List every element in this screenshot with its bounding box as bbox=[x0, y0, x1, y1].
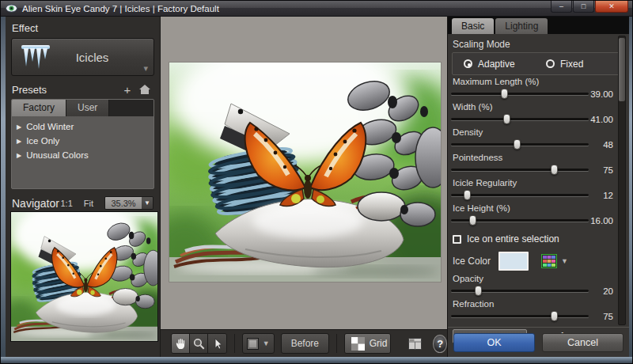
chevron-down-icon[interactable]: ▼ bbox=[561, 257, 568, 265]
eye-icon bbox=[6, 4, 17, 13]
ice-color-swatch[interactable] bbox=[498, 252, 529, 271]
effect-selector-button[interactable]: Icicles ▾ bbox=[11, 38, 154, 76]
tab-lighting[interactable]: Lighting bbox=[495, 18, 548, 34]
panel-grid-icon bbox=[408, 338, 422, 350]
checkbox-icon[interactable] bbox=[453, 235, 461, 244]
cancel-button[interactable]: Cancel bbox=[542, 333, 624, 352]
help-button[interactable]: ? ▼ bbox=[433, 335, 447, 353]
ice-on-entire-selection-checkbox[interactable]: Ice on entire selection bbox=[453, 233, 629, 245]
slider-thumb[interactable] bbox=[503, 114, 510, 124]
maximize-button[interactable]: □ bbox=[573, 1, 594, 13]
slider-track[interactable] bbox=[451, 290, 589, 292]
ok-button[interactable]: OK bbox=[453, 333, 535, 352]
presets-box: Factory User ▶ Cold Winter ▶ Ice Only ▶ … bbox=[11, 99, 154, 189]
list-item[interactable]: ▶ Cold Winter bbox=[17, 119, 149, 134]
presets-list: ▶ Cold Winter ▶ Ice Only ▶ Unusual Color… bbox=[12, 116, 154, 165]
settings-scrollbar[interactable] bbox=[618, 36, 626, 325]
slider-track[interactable] bbox=[451, 169, 589, 171]
palette-icon bbox=[541, 254, 557, 268]
list-item[interactable]: ▶ Unusual Colors bbox=[17, 148, 149, 162]
scrollbar-thumb[interactable] bbox=[619, 38, 625, 101]
list-item[interactable]: ▶ Ice Only bbox=[17, 134, 149, 148]
slider-value: 75 bbox=[589, 312, 613, 321]
preview-toolbar: ▼ Before Grid ▼ bbox=[161, 329, 447, 357]
preview-pane: ▼ Before Grid ▼ bbox=[161, 17, 447, 357]
radio-icon[interactable] bbox=[464, 59, 472, 68]
slider-label: Icicle Regularity bbox=[453, 178, 629, 188]
slider-track[interactable] bbox=[451, 219, 589, 222]
slider-track[interactable] bbox=[451, 93, 589, 95]
slider-track[interactable] bbox=[451, 118, 589, 120]
window-title: Alien Skin Eye Candy 7 | Icicles | Facto… bbox=[22, 4, 219, 13]
slider-track[interactable] bbox=[451, 315, 589, 317]
navigator-image bbox=[11, 212, 157, 341]
minimize-button[interactable]: – bbox=[551, 1, 572, 13]
chevron-down-icon: ▾ bbox=[143, 63, 148, 74]
navigator-header: Navigator bbox=[12, 197, 60, 210]
slider-label: Density bbox=[453, 127, 629, 137]
slider-track[interactable] bbox=[451, 194, 589, 196]
dialog-buttons: OK Cancel bbox=[448, 327, 629, 357]
slider-label: Maximum Length (%) bbox=[453, 77, 629, 86]
select-tool-button[interactable] bbox=[208, 334, 226, 353]
slider-row-width: Width (%) 41.00 bbox=[448, 102, 629, 126]
slider-thumb[interactable] bbox=[551, 165, 558, 175]
radio-fixed[interactable]: Fixed bbox=[546, 59, 617, 70]
plus-icon[interactable]: + bbox=[119, 85, 136, 95]
slider-row-maximum-length: Maximum Length (%) 39.00 bbox=[448, 77, 629, 100]
preset-label: Ice Only bbox=[26, 136, 59, 146]
ice-color-picker-button[interactable]: ▼ bbox=[541, 254, 568, 268]
radio-label: Adaptive bbox=[478, 59, 515, 70]
chevron-right-icon[interactable]: ▶ bbox=[17, 123, 21, 131]
question-icon: ? bbox=[437, 338, 443, 350]
tab-factory[interactable]: Factory bbox=[12, 100, 66, 116]
chevron-down-icon[interactable]: ▼ bbox=[142, 197, 153, 209]
zoom-tool-button[interactable] bbox=[190, 334, 208, 353]
ice-color-row: Ice Color ▼ bbox=[453, 250, 629, 272]
settings-tabs: Basic Lighting bbox=[448, 17, 629, 34]
chevron-right-icon[interactable]: ▶ bbox=[17, 152, 21, 159]
hand-tool-button[interactable] bbox=[172, 334, 190, 353]
slider-thumb[interactable] bbox=[501, 89, 508, 99]
before-button[interactable]: Before bbox=[281, 333, 329, 354]
grid-button-main[interactable]: Grid bbox=[345, 334, 392, 353]
zoom-icon bbox=[192, 337, 206, 351]
home-icon[interactable] bbox=[136, 85, 154, 95]
titlebar[interactable]: Alien Skin Eye Candy 7 | Icicles | Facto… bbox=[1, 1, 632, 17]
slider-thumb[interactable] bbox=[551, 311, 558, 321]
slider-thumb[interactable] bbox=[514, 139, 521, 150]
preset-label: Unusual Colors bbox=[26, 150, 89, 160]
effect-header: Effect bbox=[12, 22, 160, 34]
fit-button[interactable]: Fit bbox=[84, 199, 93, 208]
effect-name: Icicles bbox=[51, 51, 133, 64]
cursor-icon bbox=[211, 337, 224, 351]
slider-thumb[interactable] bbox=[475, 286, 482, 296]
slider-track[interactable] bbox=[451, 143, 589, 146]
close-button[interactable]: ✕ bbox=[595, 1, 628, 13]
toolbar-separator bbox=[234, 334, 235, 353]
chevron-right-icon[interactable]: ▶ bbox=[17, 138, 21, 145]
slider-value: 39.00 bbox=[589, 89, 613, 99]
zoom-level-value: 35.3% bbox=[105, 197, 142, 209]
preview-art bbox=[169, 63, 441, 282]
slider-thumb[interactable] bbox=[469, 215, 476, 226]
preview-image[interactable] bbox=[169, 63, 441, 282]
slider-row-pointedness: Pointedness 75 bbox=[448, 153, 629, 176]
slider-value: 16.00 bbox=[589, 216, 613, 226]
slider-row-icicle-regularity: Icicle Regularity 12 bbox=[448, 178, 629, 202]
actual-size-button[interactable]: 1:1 bbox=[60, 199, 72, 208]
navigator-thumbnail[interactable] bbox=[10, 211, 158, 342]
radio-icon[interactable] bbox=[546, 59, 555, 68]
chevron-down-icon[interactable]: ▼ bbox=[263, 339, 270, 347]
preset-label: Cold Winter bbox=[26, 122, 74, 131]
slider-thumb[interactable] bbox=[464, 190, 471, 200]
ice-color-label: Ice Color bbox=[453, 256, 498, 267]
radio-adaptive[interactable]: Adaptive bbox=[464, 59, 535, 70]
zoom-level-dropdown[interactable]: 35.3% ▼ bbox=[104, 196, 154, 210]
slider-label: Ice Height (%) bbox=[453, 203, 629, 213]
tab-user[interactable]: User bbox=[66, 100, 109, 116]
view-layout-button[interactable] bbox=[408, 336, 422, 351]
grid-button[interactable]: Grid ▼ bbox=[344, 333, 392, 354]
tab-basic[interactable]: Basic bbox=[452, 18, 494, 34]
background-swatch-button[interactable]: ▼ bbox=[242, 333, 275, 354]
